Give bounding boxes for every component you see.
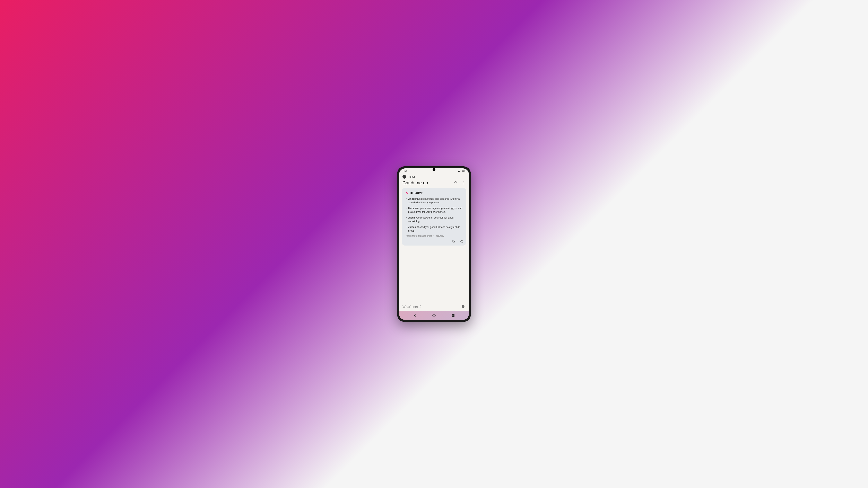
list-item: Alexis Alexis asked for your opinion abo…: [406, 216, 463, 223]
summary-list: Angelina called 2 times and sent this: A…: [405, 197, 463, 233]
svg-rect-2: [465, 171, 465, 171]
signal-icon: [458, 170, 461, 172]
copy-icon[interactable]: [452, 239, 455, 243]
battery-icon: [462, 170, 466, 172]
share-icon[interactable]: [459, 239, 463, 243]
content-area: Hi Parker Angelina called 2 times and se…: [399, 188, 469, 303]
svg-rect-1: [462, 170, 465, 171]
item-text: Wished you good luck and said you'll do …: [408, 226, 460, 232]
card-actions: [405, 239, 463, 243]
svg-point-4: [463, 183, 464, 183]
more-icon[interactable]: [461, 181, 466, 185]
svg-point-14: [433, 314, 435, 317]
user-name: Parker: [408, 175, 415, 178]
input-bar[interactable]: What's next?: [399, 303, 469, 311]
mic-icon[interactable]: [461, 305, 466, 309]
svg-rect-6: [453, 240, 455, 242]
greeting-row: Hi Parker: [405, 191, 463, 195]
phone-frame: 1:33 Parker Catch me up: [397, 166, 471, 322]
status-icons: [458, 170, 466, 172]
page-title: Catch me up: [402, 180, 428, 186]
camera-notch: [433, 168, 435, 171]
svg-rect-15: [452, 315, 453, 317]
svg-point-5: [463, 184, 464, 184]
input-placeholder: What's next?: [402, 305, 421, 309]
status-time: 1:33: [402, 170, 407, 172]
contact-name: Mary: [408, 207, 414, 210]
contact-name: James: [408, 226, 416, 229]
contact-name: Angelina: [408, 197, 418, 200]
recents-button[interactable]: [451, 314, 455, 318]
list-item: Angelina called 2 times and sent this: A…: [406, 197, 463, 204]
sparkle-icon: [405, 191, 408, 195]
greeting-text: Hi Parker: [410, 191, 422, 195]
svg-line-10: [461, 240, 462, 241]
list-item: Mary sent you a message congratulating y…: [406, 206, 463, 214]
refresh-icon[interactable]: [454, 181, 458, 185]
title-row: Catch me up: [399, 180, 469, 188]
contact-name: Alexis: [408, 216, 415, 219]
nav-bar: [399, 311, 469, 320]
svg-point-8: [460, 241, 461, 242]
title-actions: [454, 181, 466, 185]
svg-point-9: [462, 242, 462, 242]
summary-card: Hi Parker Angelina called 2 times and se…: [402, 188, 466, 246]
item-text: sent you a message congratulating you an…: [408, 207, 462, 214]
app-header: Parker: [399, 174, 469, 180]
svg-line-11: [461, 241, 462, 242]
home-button[interactable]: [432, 314, 436, 318]
back-button[interactable]: [413, 314, 417, 318]
svg-point-3: [463, 182, 464, 182]
svg-rect-12: [463, 305, 464, 307]
list-item: James Wished you good luck and said you'…: [406, 225, 463, 233]
disclaimer-text: AI can make mistakes, check for accuracy…: [405, 235, 463, 237]
avatar[interactable]: [402, 175, 406, 178]
svg-rect-16: [454, 315, 454, 317]
svg-point-7: [462, 240, 462, 240]
screen: 1:33 Parker Catch me up: [399, 168, 469, 320]
